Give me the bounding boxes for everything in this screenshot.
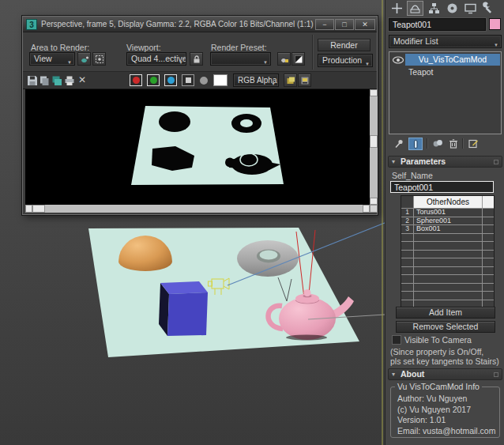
lock-viewport-button[interactable] [190,52,203,66]
note-line-1: (Since property is On/Off, [390,347,483,356]
save-image-icon[interactable] [27,75,38,86]
monochrome-button[interactable] [200,77,208,85]
add-item-button[interactable]: Add Item [396,307,495,319]
render-preset-dropdown[interactable]: ▼ [210,52,271,66]
about-line: Version: 1.01 [397,415,495,426]
make-unique-button[interactable] [431,138,445,150]
color-correction-button[interactable] [298,74,311,87]
rollout-arrow-icon: ▾ [392,157,395,167]
table-row[interactable] [401,266,494,275]
remove-modifier-button[interactable] [446,138,461,150]
visible-to-camera-checkbox[interactable] [392,335,401,345]
command-panel: Teapot001 Modifier List ▼ Vu_VisToCamMod… [385,0,504,445]
edit-region-button[interactable] [92,52,106,66]
eye-icon[interactable] [390,54,405,66]
othernodes-table: OtherNodes 1Torus0012Sphere0013Box001 [401,195,495,308]
table-row[interactable]: 3Box001 [401,224,494,233]
3dsmax-screen: 3 Perspective, frame 5, Display Gamma: 2… [0,0,504,445]
table-row[interactable] [401,291,494,300]
render-button[interactable]: Render [318,39,370,51]
tab-utilities[interactable] [480,1,497,16]
table-row[interactable]: 2Sphere001 [401,217,494,225]
minimize-button[interactable]: − [315,19,334,30]
about-line: (c) Vu Nguyen 2017 [397,405,495,416]
self-name-input[interactable] [390,181,494,193]
area-to-render-label: Area to Render: [31,43,89,52]
area-to-render-dropdown[interactable]: View ▼ [29,52,75,66]
torus-shadow-hole [240,119,253,127]
render-last-button[interactable] [77,52,91,66]
about-line: Author: Vu Nguyen [397,394,495,405]
setup-dialog-button[interactable] [291,52,305,66]
divider [462,138,463,149]
table-row[interactable]: 1Torus001 [401,208,494,217]
pin-stack-button[interactable] [392,138,406,150]
scrollbar-corner [370,205,378,213]
tab-display[interactable] [462,1,479,16]
chevron-down-icon: ▼ [494,40,498,48]
base-object-item[interactable]: Teapot [408,67,434,77]
viewport-label: Viewport: [126,43,161,52]
clear-image-icon[interactable]: ✕ [77,75,88,86]
layers-button[interactable] [284,74,297,87]
alpha-channel-button[interactable] [182,74,194,86]
green-channel-button[interactable] [147,74,160,86]
object-color-swatch[interactable] [489,18,501,30]
close-button[interactable]: ✕ [355,19,375,30]
modifier-list-dropdown[interactable]: Modifier List ▼ [389,35,502,48]
chevron-down-icon: ▼ [365,58,370,67]
window-title-bar[interactable]: 3 Perspective, frame 5, Display Gamma: 2… [23,17,377,32]
rollout-arrow-icon: ▾ [392,369,395,379]
rollout-pin-icon [494,372,498,377]
render-mode-dropdown[interactable]: Production ▼ [318,54,373,67]
note-line-2: pls set key tangents to Stairs) [390,356,499,366]
table-row[interactable] [401,250,494,258]
table-row[interactable] [401,258,494,266]
image-horizontal-scrollbar[interactable] [25,205,370,213]
about-rollout-header[interactable]: ▾ About [388,368,502,380]
chevron-down-icon: ▼ [263,57,268,66]
about-lines: Author: Vu Nguyen(c) Vu Nguyen 2017Versi… [397,394,495,436]
othernodes-table-header[interactable]: OtherNodes [401,196,494,208]
viewport-dropdown[interactable]: Quad 4...ective ▼ [126,52,186,66]
object-name-field[interactable]: Teapot001 [389,18,486,31]
copy-image-icon[interactable] [39,75,50,86]
configure-modifier-sets-button[interactable] [466,138,480,150]
table-row[interactable] [401,233,494,242]
box-object[interactable] [159,281,208,336]
tab-create[interactable] [389,1,405,16]
othernodes-table-body: 1Torus0012Sphere0013Box001 [401,208,494,307]
save-preset-button[interactable] [277,52,291,66]
red-channel-button[interactable] [130,74,142,86]
blue-channel-button[interactable] [164,74,177,86]
clone-window-icon[interactable] [51,75,62,86]
torus-object[interactable] [237,240,299,277]
rendered-image [25,89,370,205]
channel-display-dropdown[interactable]: RGB Alpha ▼ [233,74,279,87]
show-end-result-button[interactable] [408,138,423,150]
image-vertical-scrollbar[interactable] [370,89,378,205]
parameters-rollout-header[interactable]: ▾ Parameters [388,156,502,168]
print-image-icon[interactable] [64,75,75,86]
tab-hierarchy[interactable] [426,1,442,16]
maximize-button[interactable]: □ [335,19,354,30]
divider [312,35,313,70]
modifier-stack-item[interactable]: Vu_VisToCamMod [390,54,500,66]
table-row[interactable] [401,283,494,292]
chevron-down-icon: ▼ [179,57,183,66]
about-group-title: Vu VisToCamMod Info [395,382,482,391]
divider [427,138,427,149]
table-row[interactable] [401,241,494,250]
remove-selected-button[interactable]: Remove Selected [396,321,495,333]
modifier-stack-toolbar [386,137,504,152]
about-line: Email: vusta@hotmail.com [397,426,495,437]
chevron-down-icon: ▼ [67,57,72,66]
app-icon: 3 [26,19,37,30]
background-color-swatch[interactable] [213,74,228,86]
table-row[interactable] [401,274,494,283]
visible-to-camera-label: Visible To Camera [404,335,472,345]
chevron-down-icon: ▼ [271,78,276,87]
tab-modify[interactable] [407,1,423,16]
modifier-stack: Vu_VisToCamMod Teapot [389,51,502,134]
tab-motion[interactable] [444,1,461,16]
